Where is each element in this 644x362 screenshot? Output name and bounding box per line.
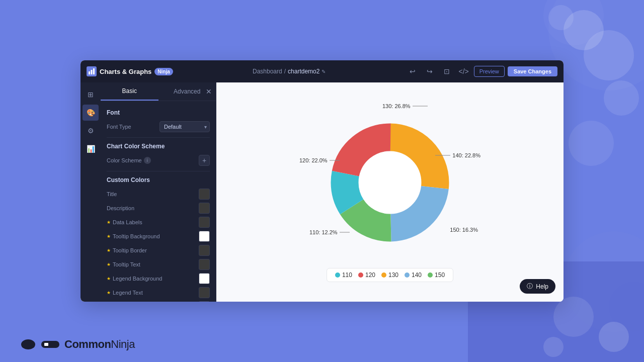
divider-1 <box>107 137 210 138</box>
sidebar-grid-button[interactable]: ⊞ <box>83 86 99 103</box>
color-row-tooltip-border: ★ Tooltip Border <box>107 245 210 256</box>
main-content: ⊞ 🎨 ⚙ 📊 Basic Advanced ✕ Font Font Type <box>80 82 564 302</box>
svg-point-1 <box>543 0 604 45</box>
breadcrumb: Dashboard / chartdemo2 ✎ <box>177 68 401 75</box>
panel-tabs: Basic Advanced ✕ <box>101 82 216 101</box>
legend-item-140: 140 <box>405 272 422 279</box>
chart-legend: 110 120 130 140 150 <box>327 268 453 282</box>
sidebar-palette-button[interactable]: 🎨 <box>83 105 99 121</box>
color-row-tooltip-bg: ★ Tooltip Background <box>107 231 210 242</box>
star-icon-2: ★ <box>107 234 111 239</box>
color-swatch-legend-border[interactable] <box>199 301 210 302</box>
brand-name: CommonNinja <box>64 338 135 351</box>
star-icon: ★ <box>107 220 111 225</box>
code-button[interactable]: </> <box>457 64 471 78</box>
bottom-branding: CommonNinja <box>20 337 135 352</box>
scheme-label: Color Scheme i <box>107 157 151 164</box>
brand-icon <box>20 338 36 350</box>
svg-rect-6 <box>93 68 95 74</box>
color-label-tooltip-border: ★ Tooltip Border <box>107 247 147 253</box>
color-label-legend-text: ★ Legend Text <box>107 290 143 296</box>
star-icon-6: ★ <box>107 290 111 295</box>
info-badge[interactable]: i <box>144 157 151 164</box>
color-label-tooltip-bg: ★ Tooltip Background <box>107 233 160 239</box>
sidebar-chart-button[interactable]: 📊 <box>83 141 99 157</box>
breadcrumb-current: chartdemo2 ✎ <box>288 68 326 75</box>
color-label-data-labels: ★ Data Labels <box>107 219 142 225</box>
color-swatch-tooltip-bg[interactable] <box>199 231 210 242</box>
color-label-description: Description <box>107 205 134 211</box>
breadcrumb-home[interactable]: Dashboard <box>253 68 282 75</box>
color-label-tooltip-text: ★ Tooltip Text <box>107 261 140 267</box>
svg-point-3 <box>609 282 644 332</box>
tab-basic[interactable]: Basic <box>101 82 158 101</box>
label-150: 150: 16.3% <box>450 227 478 233</box>
legend-dot-150 <box>428 273 433 278</box>
legend-item-110: 110 <box>335 272 352 279</box>
color-scheme-title: Chart Color Scheme <box>107 143 210 150</box>
legend-item-150: 150 <box>428 272 445 279</box>
color-label-legend-bg: ★ Legend Background <box>107 276 162 282</box>
color-swatch-legend-text[interactable] <box>199 287 210 298</box>
label-130: 130: 26.8% <box>382 103 428 109</box>
panel-close-button[interactable]: ✕ <box>206 88 212 95</box>
chart-area: 130: 26.8% 140: 22.8% 150: 16.3% 110: 12… <box>216 82 564 302</box>
legend-label-150: 150 <box>435 272 445 279</box>
divider-2 <box>107 171 210 171</box>
redo-button[interactable]: ↪ <box>423 64 437 78</box>
donut-chart <box>325 117 455 248</box>
color-row-legend-border: ★ Legend Border <box>107 301 210 302</box>
preview-button[interactable]: Preview <box>474 66 505 77</box>
icon-sidebar: ⊞ 🎨 ⚙ 📊 <box>80 82 101 302</box>
star-icon-4: ★ <box>107 262 111 267</box>
legend-dot-120 <box>358 273 363 278</box>
label-140: 140: 22.8% <box>435 152 480 158</box>
legend-item-120: 120 <box>358 272 375 279</box>
logo-text: Charts & Graphs <box>100 68 151 75</box>
ninja-icon <box>40 337 60 352</box>
color-swatch-title[interactable] <box>199 189 210 200</box>
color-row-tooltip-text: ★ Tooltip Text <box>107 259 210 270</box>
legend-label-140: 140 <box>412 272 422 279</box>
color-row-data-labels: ★ Data Labels <box>107 217 210 228</box>
color-swatch-tooltip-border[interactable] <box>199 245 210 256</box>
brand-logo: CommonNinja <box>20 337 135 352</box>
color-swatch-tooltip-text[interactable] <box>199 259 210 270</box>
legend-label-120: 120 <box>365 272 375 279</box>
legend-dot-130 <box>381 273 386 278</box>
legend-dot-110 <box>335 273 340 278</box>
devices-button[interactable]: ⊡ <box>440 64 454 78</box>
color-label-title: Title <box>107 191 117 197</box>
color-scheme-section: Chart Color Scheme Color Scheme i + <box>107 143 210 166</box>
label-110: 110: 12.2% <box>309 229 350 235</box>
font-type-select[interactable]: Default Roboto Open Sans Lato <box>159 121 210 132</box>
help-button[interactable]: ⓘ Help <box>520 279 555 294</box>
logo-icon <box>87 66 97 76</box>
custom-colors-section: Custom Colors Title Description <box>107 176 210 302</box>
add-color-scheme-button[interactable]: + <box>199 155 210 166</box>
color-row-legend-text: ★ Legend Text <box>107 287 210 298</box>
legend-label-110: 110 <box>342 272 352 279</box>
color-row-description: Description <box>107 203 210 214</box>
scheme-row: Color Scheme i + <box>107 155 210 166</box>
font-section-title: Font <box>107 109 210 116</box>
color-row-title: Title <box>107 189 210 200</box>
logo-area: Charts & Graphs Ninja <box>87 66 173 76</box>
svg-rect-13 <box>41 341 59 348</box>
save-button[interactable]: Save Changes <box>508 66 557 76</box>
font-type-row: Font Type Default Roboto Open Sans Lato <box>107 121 210 132</box>
font-type-label: Font Type <box>107 124 131 130</box>
color-swatch-description[interactable] <box>199 203 210 214</box>
top-bar-actions: ↩ ↪ ⊡ </> Preview Save Changes <box>406 64 557 78</box>
font-section: Font Font Type Default Roboto Open Sans … <box>107 109 210 132</box>
ninja-badge: Ninja <box>154 68 173 75</box>
color-swatch-legend-bg[interactable] <box>199 273 210 284</box>
top-bar: Charts & Graphs Ninja Dashboard / chartd… <box>80 60 564 82</box>
sidebar-settings-button[interactable]: ⚙ <box>83 123 99 139</box>
svg-point-2 <box>564 231 644 332</box>
edit-icon[interactable]: ✎ <box>321 69 326 74</box>
settings-panel: Basic Advanced ✕ Font Font Type Default … <box>101 82 216 302</box>
color-swatch-data-labels[interactable] <box>199 217 210 228</box>
undo-button[interactable]: ↩ <box>406 64 420 78</box>
help-icon: ⓘ <box>527 282 533 291</box>
